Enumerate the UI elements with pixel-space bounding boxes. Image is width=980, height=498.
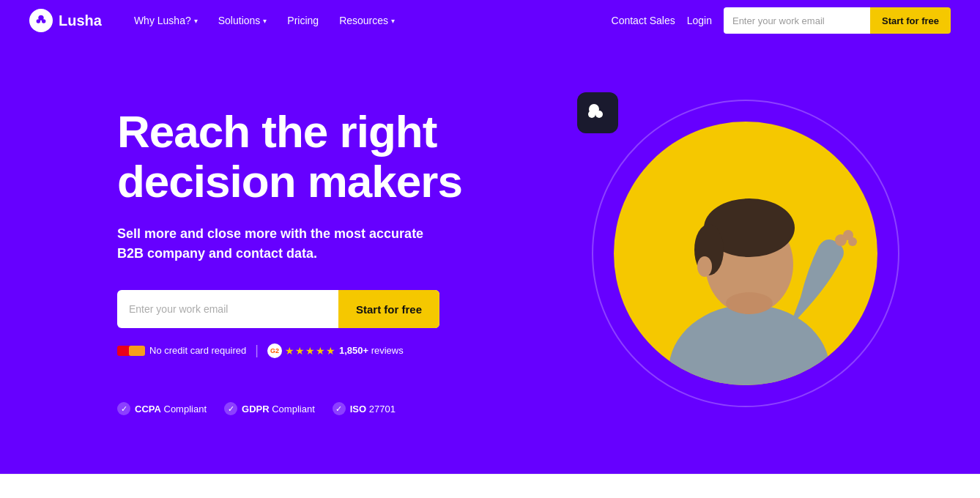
chevron-down-icon: ▾ (391, 17, 395, 25)
hero-content: Reach the right decision makers Sell mor… (117, 85, 527, 415)
logo-icon (29, 9, 53, 32)
nav-pricing[interactable]: Pricing (278, 9, 327, 32)
hero-email-input[interactable] (117, 290, 338, 328)
logo-text: Lusha (59, 12, 102, 29)
navbar: Lusha Why Lusha? ▾ Solutions ▾ Pricing R… (0, 0, 980, 41)
svg-point-11 (697, 256, 712, 277)
check-icon: ✓ (333, 402, 346, 415)
hero-start-button[interactable]: Start for free (338, 290, 439, 328)
lusha-floating-badge (577, 92, 618, 133)
gdpr-badge: ✓ GDPR Compliant (224, 402, 315, 415)
chevron-down-icon: ▾ (263, 17, 267, 25)
svg-point-12 (726, 292, 773, 314)
svg-point-14 (588, 111, 595, 118)
nav-email-form: Start for free (724, 7, 951, 34)
svg-point-1 (37, 19, 41, 23)
ccpa-badge: ✓ CCPA Compliant (117, 402, 207, 415)
nav-email-input[interactable] (724, 7, 870, 34)
iso-badge: ✓ ISO 27701 (333, 402, 396, 415)
compliance-badges: ✓ CCPA Compliant ✓ GDPR Compliant ✓ ISO … (117, 402, 527, 415)
reviews-count: 1,850+ reviews (339, 345, 404, 356)
no-credit-card-label: No credit card required (117, 345, 246, 356)
contact-sales-link[interactable]: Contact Sales (612, 15, 675, 26)
svg-point-15 (595, 111, 603, 118)
logos-bar: Google S SEISMIC sisense zendesk yotpo. (0, 474, 980, 498)
check-icon: ✓ (224, 402, 237, 415)
hero-meta: No credit card required | G2 ★★★★★ 1,850… (117, 343, 527, 358)
star-icons: ★★★★★ (285, 345, 336, 357)
check-icon: ✓ (117, 402, 130, 415)
chevron-down-icon: ▾ (194, 17, 198, 25)
hero-visual (570, 70, 921, 436)
g2-rating: G2 ★★★★★ 1,850+ reviews (267, 343, 404, 358)
nav-solutions[interactable]: Solutions ▾ (209, 9, 276, 32)
credit-card-icon (117, 346, 145, 356)
nav-start-button[interactable]: Start for free (870, 7, 951, 34)
hero-title: Reach the right decision makers (117, 107, 527, 207)
hero-person (614, 122, 877, 385)
svg-point-2 (42, 19, 45, 23)
nav-resources[interactable]: Resources ▾ (330, 9, 404, 32)
divider: | (255, 343, 259, 358)
hero-section: Reach the right decision makers Sell mor… (0, 41, 980, 474)
nav-right: Contact Sales Login Start for free (612, 7, 951, 34)
g2-logo: G2 (267, 343, 282, 358)
hero-subtitle: Sell more and close more with the most a… (117, 224, 425, 264)
nav-links: Why Lusha? ▾ Solutions ▾ Pricing Resourc… (125, 9, 612, 32)
logo[interactable]: Lusha (29, 9, 102, 32)
hero-form: Start for free (117, 290, 439, 328)
svg-point-10 (848, 237, 857, 246)
nav-why-lusha[interactable]: Why Lusha? ▾ (125, 9, 207, 32)
login-link[interactable]: Login (687, 15, 712, 26)
